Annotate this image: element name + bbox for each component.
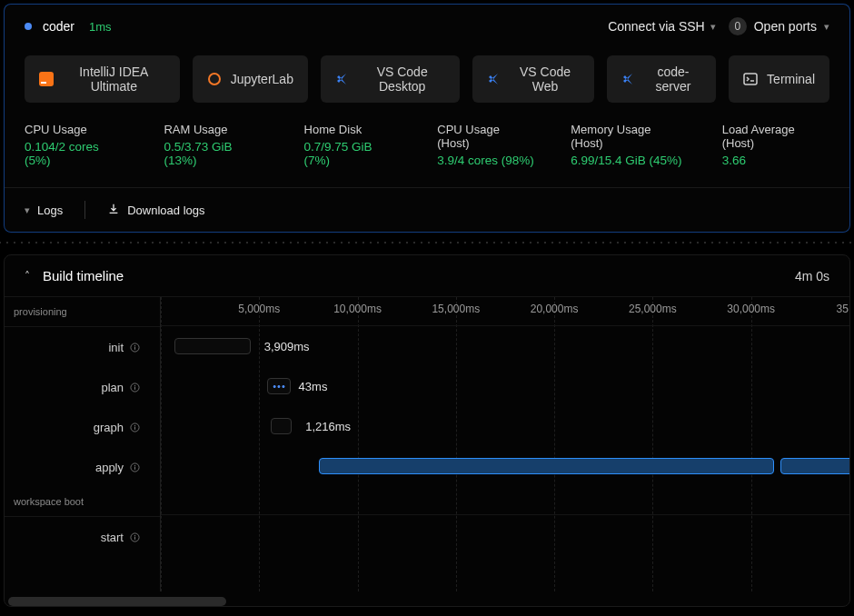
info-icon[interactable]: [129, 382, 140, 392]
stat-ram: RAM Usage 0.5/3.73 GiB (13%): [164, 123, 267, 167]
info-icon[interactable]: [129, 422, 140, 432]
status-dot-icon: [25, 23, 32, 30]
row-name: init: [108, 341, 124, 354]
stat-value: 3.66: [722, 154, 829, 167]
app-code-server-button[interactable]: code-server: [607, 55, 716, 103]
logs-toggle[interactable]: ▾ Logs: [25, 204, 63, 217]
stat-label: Load Average (Host): [722, 123, 829, 150]
stat-value: 0.104/2 cores (5%): [25, 140, 127, 167]
download-logs-button[interactable]: Download logs: [107, 203, 204, 218]
row-label-init: init: [5, 327, 160, 367]
svg-point-11: [134, 424, 134, 425]
svg-rect-18: [134, 537, 134, 540]
tick-label: 15,000ms: [432, 303, 480, 315]
gantt-bar-apply-cont[interactable]: [780, 458, 849, 474]
download-logs-label: Download logs: [127, 204, 204, 217]
build-timeline-card: ˄ Build timeline 4m 0s provisioning init…: [4, 254, 850, 607]
svg-rect-0: [39, 72, 54, 86]
svg-rect-12: [134, 427, 134, 430]
track-row: ••• 43ms: [161, 366, 849, 406]
bar-duration: 3,909ms: [264, 340, 310, 353]
horizontal-scrollbar[interactable]: [8, 597, 226, 606]
agent-header: coder 1ms Connect via SSH ▾ 0 Open ports…: [5, 5, 849, 48]
info-icon[interactable]: [129, 532, 140, 542]
agent-card: coder 1ms Connect via SSH ▾ 0 Open ports…: [4, 4, 850, 233]
gantt-chart: provisioning init plan graph apply w: [5, 297, 849, 591]
agent-latency: 1ms: [89, 20, 112, 34]
download-icon: [107, 203, 120, 218]
app-vscode-web-button[interactable]: VS Code Web: [472, 55, 593, 103]
connect-ssh-button[interactable]: Connect via SSH ▾: [608, 19, 716, 34]
app-intellij-button[interactable]: IntelliJ IDEA Ultimate: [25, 55, 180, 103]
stat-disk: Home Disk 0.7/9.75 GiB (7%): [304, 123, 402, 167]
app-terminal-button[interactable]: Terminal: [729, 55, 829, 103]
vscode-icon: [621, 72, 636, 86]
chevron-down-icon: ▾: [710, 21, 716, 33]
row-label-start: start: [5, 517, 160, 557]
track-row: 1,216ms: [161, 406, 849, 446]
tick-label: 25,000ms: [629, 303, 677, 315]
stat-load-host: Load Average (Host) 3.66: [722, 123, 829, 167]
vscode-icon: [487, 72, 501, 86]
ports-label: Open ports: [754, 19, 817, 34]
stat-value: 0.5/3.73 GiB (13%): [164, 140, 267, 167]
bar-duration: 1,216ms: [305, 420, 351, 433]
svg-point-2: [209, 74, 220, 84]
terminal-icon: [743, 72, 758, 86]
app-jupyter-button[interactable]: JupyterLab: [193, 55, 308, 103]
gantt-tracks-col[interactable]: 5,000ms 10,000ms 15,000ms 20,000ms 25,00…: [161, 297, 849, 591]
row-label-apply: apply: [5, 447, 160, 487]
stat-label: Memory Usage (Host): [571, 123, 685, 150]
chevron-down-icon: ▾: [824, 21, 829, 33]
svg-point-17: [134, 534, 134, 535]
vscode-icon: [335, 72, 350, 86]
svg-point-14: [134, 464, 134, 465]
stat-label: Home Disk: [304, 123, 402, 136]
stat-mem-host: Memory Usage (Host) 6.99/15.4 GiB (45%): [571, 123, 685, 167]
timeline-header[interactable]: ˄ Build timeline 4m 0s: [5, 255, 849, 297]
open-ports-button[interactable]: 0 Open ports ▾: [729, 17, 829, 35]
group-label: workspace boot: [5, 487, 160, 517]
connect-ssh-label: Connect via SSH: [608, 19, 705, 34]
timeline-total: 4m 0s: [795, 269, 829, 283]
section-separator: [0, 238, 854, 247]
track-row: 3,909ms: [161, 326, 849, 366]
app-label: JupyterLab: [231, 72, 293, 86]
svg-rect-15: [134, 467, 134, 470]
svg-rect-9: [134, 387, 134, 390]
svg-rect-6: [134, 347, 134, 350]
chevron-down-icon: ▾: [25, 204, 30, 216]
stat-label: CPU Usage (Host): [437, 123, 534, 150]
tick-label: 35,: [837, 303, 849, 315]
info-icon[interactable]: [129, 462, 140, 472]
group-label: provisioning: [5, 297, 160, 327]
time-ruler: 5,000ms 10,000ms 15,000ms 20,000ms 25,00…: [161, 297, 849, 326]
divider-icon: [84, 201, 85, 219]
stat-value: 3.9/4 cores (98%): [437, 154, 534, 167]
gantt-bar-graph[interactable]: [271, 418, 292, 434]
chevron-up-icon: ˄: [25, 270, 30, 283]
gantt-bar-init[interactable]: [174, 338, 250, 354]
ports-count-badge: 0: [729, 17, 747, 35]
logs-label: Logs: [37, 204, 63, 217]
stat-label: RAM Usage: [164, 123, 267, 136]
app-label: Terminal: [767, 72, 815, 86]
agent-header-actions: Connect via SSH ▾ 0 Open ports ▾: [608, 17, 829, 35]
app-label: VS Code Desktop: [359, 65, 445, 94]
jupyter-icon: [207, 72, 222, 86]
stat-cpu: CPU Usage 0.104/2 cores (5%): [25, 123, 127, 167]
stat-label: CPU Usage: [25, 123, 127, 136]
timeline-title: Build timeline: [43, 268, 124, 283]
app-label: code-server: [645, 65, 701, 94]
stat-value: 6.99/15.4 GiB (45%): [571, 154, 685, 167]
row-name: graph: [94, 421, 124, 434]
gantt-bar-apply[interactable]: [319, 458, 773, 474]
tick-label: 20,000ms: [531, 303, 579, 315]
app-vscode-desktop-button[interactable]: VS Code Desktop: [321, 55, 460, 103]
svg-point-5: [134, 344, 134, 345]
gantt-bar-plan[interactable]: •••: [267, 378, 291, 394]
info-icon[interactable]: [129, 342, 140, 353]
logs-bar: ▾ Logs Download logs: [5, 187, 849, 232]
app-label: IntelliJ IDEA Ultimate: [63, 65, 165, 94]
intellij-icon: [39, 72, 54, 86]
